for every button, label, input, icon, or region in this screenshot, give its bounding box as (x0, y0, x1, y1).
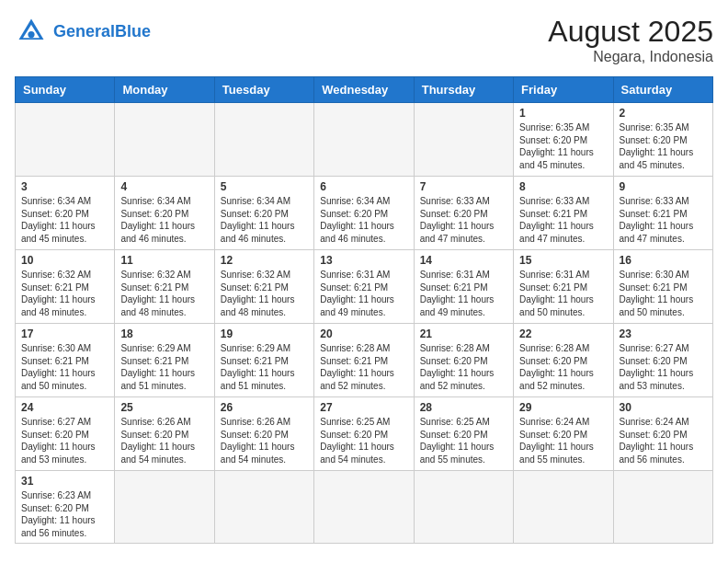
day-number: 9 (620, 180, 707, 193)
day-info: Sunrise: 6:35 AMSunset: 6:20 PMDaylight:… (620, 121, 707, 171)
day-number: 16 (620, 254, 707, 267)
calendar-cell: 19Sunrise: 6:29 AMSunset: 6:21 PMDayligh… (214, 324, 313, 397)
weekday-header-monday: Monday (115, 77, 214, 103)
calendar-cell (16, 103, 115, 177)
day-number: 5 (221, 180, 308, 193)
day-info: Sunrise: 6:35 AMSunset: 6:20 PMDaylight:… (519, 121, 607, 171)
day-info: Sunrise: 6:27 AMSunset: 6:20 PMDaylight:… (620, 342, 707, 392)
day-info: Sunrise: 6:33 AMSunset: 6:21 PMDaylight:… (519, 195, 607, 245)
day-info: Sunrise: 6:26 AMSunset: 6:20 PMDaylight:… (221, 416, 308, 465)
calendar-cell: 13Sunrise: 6:31 AMSunset: 6:21 PMDayligh… (314, 250, 414, 324)
weekday-header-sunday: Sunday (16, 77, 115, 103)
weekday-header-row: SundayMondayTuesdayWednesdayThursdayFrid… (16, 77, 713, 103)
day-info: Sunrise: 6:31 AMSunset: 6:21 PMDaylight:… (320, 269, 407, 318)
logo-icon (15, 15, 48, 48)
calendar-cell: 25Sunrise: 6:26 AMSunset: 6:20 PMDayligh… (115, 397, 214, 471)
day-number: 3 (21, 180, 108, 193)
calendar-cell: 10Sunrise: 6:32 AMSunset: 6:21 PMDayligh… (16, 250, 115, 324)
calendar-cell: 11Sunrise: 6:32 AMSunset: 6:21 PMDayligh… (115, 250, 214, 324)
logo-blue: Blue (115, 22, 151, 40)
day-info: Sunrise: 6:30 AMSunset: 6:21 PMDaylight:… (21, 342, 108, 392)
day-info: Sunrise: 6:32 AMSunset: 6:21 PMDaylight:… (120, 269, 208, 318)
day-number: 20 (320, 327, 407, 340)
day-number: 1 (519, 107, 607, 120)
calendar-cell: 30Sunrise: 6:24 AMSunset: 6:20 PMDayligh… (613, 397, 712, 471)
calendar-cell (314, 103, 414, 177)
day-number: 11 (120, 254, 208, 267)
day-number: 10 (21, 254, 108, 267)
day-number: 25 (120, 401, 208, 414)
calendar-cell (115, 471, 214, 544)
day-info: Sunrise: 6:28 AMSunset: 6:20 PMDaylight:… (519, 342, 607, 392)
day-info: Sunrise: 6:31 AMSunset: 6:21 PMDaylight:… (519, 269, 607, 318)
logo-general: General (53, 22, 115, 40)
weekday-header-saturday: Saturday (613, 77, 712, 103)
day-number: 6 (320, 180, 407, 193)
calendar-cell: 18Sunrise: 6:29 AMSunset: 6:21 PMDayligh… (115, 324, 214, 397)
day-info: Sunrise: 6:25 AMSunset: 6:20 PMDaylight:… (420, 416, 507, 465)
calendar-week-row: 1Sunrise: 6:35 AMSunset: 6:20 PMDaylight… (16, 103, 713, 177)
calendar-cell (414, 103, 513, 177)
calendar-cell: 15Sunrise: 6:31 AMSunset: 6:21 PMDayligh… (514, 250, 613, 324)
day-number: 18 (120, 327, 208, 340)
day-number: 8 (519, 180, 607, 193)
calendar-cell: 7Sunrise: 6:33 AMSunset: 6:20 PMDaylight… (414, 177, 513, 250)
day-number: 15 (519, 254, 607, 267)
calendar-week-row: 31Sunrise: 6:23 AMSunset: 6:20 PMDayligh… (16, 471, 713, 544)
day-info: Sunrise: 6:32 AMSunset: 6:21 PMDaylight:… (221, 269, 308, 318)
calendar-cell: 26Sunrise: 6:26 AMSunset: 6:20 PMDayligh… (214, 397, 313, 471)
calendar-cell: 3Sunrise: 6:34 AMSunset: 6:20 PMDaylight… (16, 177, 115, 250)
day-info: Sunrise: 6:34 AMSunset: 6:20 PMDaylight:… (21, 195, 108, 245)
day-info: Sunrise: 6:23 AMSunset: 6:20 PMDaylight:… (21, 489, 108, 539)
day-number: 27 (320, 401, 407, 414)
calendar-cell (613, 471, 712, 544)
day-number: 31 (21, 475, 108, 488)
calendar-cell: 28Sunrise: 6:25 AMSunset: 6:20 PMDayligh… (414, 397, 513, 471)
day-number: 13 (320, 254, 407, 267)
day-number: 28 (420, 401, 507, 414)
calendar-cell: 6Sunrise: 6:34 AMSunset: 6:20 PMDaylight… (314, 177, 414, 250)
day-number: 24 (21, 401, 108, 414)
calendar-week-row: 10Sunrise: 6:32 AMSunset: 6:21 PMDayligh… (16, 250, 713, 324)
calendar-cell: 16Sunrise: 6:30 AMSunset: 6:21 PMDayligh… (613, 250, 712, 324)
calendar-cell (414, 471, 513, 544)
day-info: Sunrise: 6:30 AMSunset: 6:21 PMDaylight:… (620, 269, 707, 318)
calendar-cell: 2Sunrise: 6:35 AMSunset: 6:20 PMDaylight… (613, 103, 712, 177)
day-info: Sunrise: 6:31 AMSunset: 6:21 PMDaylight:… (420, 269, 507, 318)
calendar-cell: 4Sunrise: 6:34 AMSunset: 6:20 PMDaylight… (115, 177, 214, 250)
weekday-header-friday: Friday (514, 77, 613, 103)
day-number: 17 (21, 327, 108, 340)
day-info: Sunrise: 6:27 AMSunset: 6:20 PMDaylight:… (21, 416, 108, 465)
month-year: August 2025 (548, 15, 713, 49)
day-number: 12 (221, 254, 308, 267)
day-info: Sunrise: 6:34 AMSunset: 6:20 PMDaylight:… (320, 195, 407, 245)
day-info: Sunrise: 6:25 AMSunset: 6:20 PMDaylight:… (320, 416, 407, 465)
calendar-cell: 22Sunrise: 6:28 AMSunset: 6:20 PMDayligh… (514, 324, 613, 397)
logo: GeneralBlue (15, 15, 151, 48)
calendar-cell: 5Sunrise: 6:34 AMSunset: 6:20 PMDaylight… (214, 177, 313, 250)
svg-point-3 (28, 31, 34, 38)
calendar-cell: 12Sunrise: 6:32 AMSunset: 6:21 PMDayligh… (214, 250, 313, 324)
day-info: Sunrise: 6:26 AMSunset: 6:20 PMDaylight:… (120, 416, 208, 465)
calendar-cell: 31Sunrise: 6:23 AMSunset: 6:20 PMDayligh… (16, 471, 115, 544)
day-info: Sunrise: 6:34 AMSunset: 6:20 PMDaylight:… (221, 195, 308, 245)
weekday-header-wednesday: Wednesday (314, 77, 414, 103)
calendar-week-row: 17Sunrise: 6:30 AMSunset: 6:21 PMDayligh… (16, 324, 713, 397)
calendar-week-row: 24Sunrise: 6:27 AMSunset: 6:20 PMDayligh… (16, 397, 713, 471)
day-number: 21 (420, 327, 507, 340)
calendar-cell: 20Sunrise: 6:28 AMSunset: 6:21 PMDayligh… (314, 324, 414, 397)
weekday-header-tuesday: Tuesday (214, 77, 313, 103)
calendar-cell: 29Sunrise: 6:24 AMSunset: 6:20 PMDayligh… (514, 397, 613, 471)
calendar-cell: 21Sunrise: 6:28 AMSunset: 6:20 PMDayligh… (414, 324, 513, 397)
day-info: Sunrise: 6:24 AMSunset: 6:20 PMDaylight:… (519, 416, 607, 465)
day-info: Sunrise: 6:34 AMSunset: 6:20 PMDaylight:… (120, 195, 208, 245)
calendar-cell (214, 471, 313, 544)
day-number: 23 (620, 327, 707, 340)
day-number: 26 (221, 401, 308, 414)
weekday-header-thursday: Thursday (414, 77, 513, 103)
calendar-cell: 27Sunrise: 6:25 AMSunset: 6:20 PMDayligh… (314, 397, 414, 471)
calendar-week-row: 3Sunrise: 6:34 AMSunset: 6:20 PMDaylight… (16, 177, 713, 250)
calendar-cell: 23Sunrise: 6:27 AMSunset: 6:20 PMDayligh… (613, 324, 712, 397)
calendar-cell: 1Sunrise: 6:35 AMSunset: 6:20 PMDaylight… (514, 103, 613, 177)
logo-text: GeneralBlue (53, 23, 151, 40)
